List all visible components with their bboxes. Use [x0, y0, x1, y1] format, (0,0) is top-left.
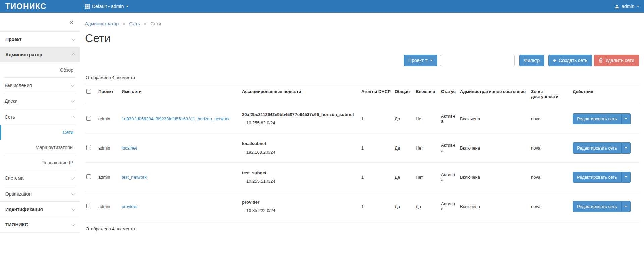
network-name-link[interactable]: localnet — [122, 145, 137, 151]
delete-networks-label: Удалить сети — [605, 58, 634, 63]
sidebar-item-label: Плавающие IP — [41, 160, 73, 165]
trash-icon — [599, 58, 603, 63]
breadcrumb-item[interactable]: Администратор — [85, 21, 119, 26]
sidebar-section-admin[interactable]: Администратор — [0, 47, 80, 62]
sidebar-collapse-button[interactable]: « — [0, 13, 80, 32]
search-input[interactable] — [440, 55, 515, 66]
sidebar-section-label: Optimization — [5, 191, 32, 197]
cell-availability-zone: nova — [531, 163, 573, 192]
edit-network-button[interactable]: Редактировать сеть — [573, 172, 621, 183]
caret-down-icon — [625, 118, 627, 119]
project-filter-dropdown[interactable]: Проект = — [404, 55, 437, 66]
sidebar: « Проект Администратор Обзор Вычисления … — [0, 13, 80, 253]
sidebar-item-floating-ips[interactable]: Плавающие IP — [4, 155, 76, 170]
cell-admin-state: Включена — [460, 163, 531, 192]
col-header-subnets[interactable]: Ассоциированные подсети — [242, 85, 361, 104]
row-checkbox[interactable] — [86, 116, 91, 121]
col-header-project[interactable]: Проект — [98, 85, 122, 104]
cell-shared: Да — [395, 133, 416, 163]
row-checkbox[interactable] — [86, 204, 91, 208]
page-layout: « Проект Администратор Обзор Вычисления … — [0, 13, 644, 253]
row-checkbox[interactable] — [86, 145, 91, 150]
row-actions: Редактировать сеть — [573, 113, 631, 124]
cell-shared: Да — [395, 163, 416, 192]
sidebar-group-network[interactable]: Сеть — [4, 109, 76, 125]
sidebar-group-label: Диски — [5, 98, 17, 104]
breadcrumb-separator: » — [123, 21, 125, 26]
select-all-checkbox[interactable] — [86, 89, 91, 94]
sidebar-group-system[interactable]: Система — [4, 170, 76, 186]
filter-button[interactable]: Фильтр — [519, 55, 544, 66]
collapse-icon: « — [69, 18, 73, 27]
breadcrumb-item[interactable]: Сеть — [129, 21, 140, 26]
sidebar-item-routers[interactable]: Маршрутизаторы — [4, 140, 76, 155]
row-actions: Редактировать сеть — [573, 201, 631, 212]
cell-project: admin — [98, 163, 122, 192]
col-header-availability-zones[interactable]: Зоны доступности — [531, 85, 573, 104]
create-network-button[interactable]: + Создать сеть — [548, 55, 592, 66]
network-name-link[interactable]: provider — [122, 204, 138, 209]
cell-admin-state: Включена — [460, 133, 531, 163]
table-row: admin localnet localsubnet 192.168.2.0/2… — [85, 133, 639, 163]
row-checkbox[interactable] — [86, 174, 91, 179]
col-header-external[interactable]: Внешняя — [416, 85, 441, 104]
edit-network-button[interactable]: Редактировать сеть — [573, 142, 621, 154]
filter-button-label: Фильтр — [524, 58, 540, 63]
sidebar-group-compute[interactable]: Вычисления — [4, 78, 76, 93]
brand-logo: ТИОНИКС — [0, 0, 80, 13]
row-actions-dropdown-toggle[interactable] — [621, 172, 631, 183]
cell-subnets: test_subnet 10.255.51.0/24 — [242, 163, 361, 192]
sidebar-section-project[interactable]: Проект — [0, 32, 80, 47]
cell-admin-state: Включена — [460, 192, 531, 221]
network-name-link[interactable]: test_network — [122, 175, 147, 180]
col-header-status[interactable]: Статус — [441, 85, 460, 104]
context-switcher[interactable]: Default • admin — [80, 0, 133, 13]
sidebar-section-tionix[interactable]: ТИОНИКС — [0, 217, 80, 233]
sidebar-section-identity[interactable]: Идентификация — [0, 202, 80, 217]
col-header-shared[interactable]: Общая — [395, 85, 416, 104]
caret-down-icon — [637, 6, 639, 7]
cell-external: Да — [416, 192, 441, 221]
cell-network-name: 1d9392d058284cf69233fefd55163311_horizon… — [122, 104, 242, 133]
row-actions-dropdown-toggle[interactable] — [621, 142, 631, 154]
network-name-link[interactable]: 1d9392d058284cf69233fefd55163311_horizon… — [122, 116, 229, 121]
cell-dhcp-agents: 1 — [361, 163, 395, 192]
edit-network-button[interactable]: Редактировать сеть — [573, 113, 621, 124]
page-title: Сети — [85, 32, 639, 45]
items-count-bottom: Отображено 4 элемента — [86, 226, 639, 231]
chevron-down-icon — [71, 37, 75, 40]
cell-actions: Редактировать сеть — [573, 163, 639, 192]
delete-networks-button[interactable]: Удалить сети — [594, 55, 639, 66]
col-header-network-name[interactable]: Имя сети — [122, 85, 242, 104]
table-row: admin 1d9392d058284cf69233fefd55163311_h… — [85, 104, 639, 133]
create-network-label: Создать сеть — [559, 58, 587, 63]
edit-network-button[interactable]: Редактировать сеть — [573, 201, 621, 212]
sidebar-section-label: Проект — [5, 37, 22, 42]
cell-external: Нет — [416, 104, 441, 133]
sidebar-item-label: Обзор — [60, 67, 73, 73]
sidebar-section-label: ТИОНИКС — [5, 222, 28, 227]
sidebar-item-label: Маршрутизаторы — [36, 145, 73, 150]
col-header-admin-state[interactable]: Административное состояние — [460, 85, 531, 104]
cell-subnets: localsubnet 192.168.2.0/24 — [242, 133, 361, 163]
cell-network-name: provider — [122, 192, 242, 221]
col-header-dhcp-agents[interactable]: Агенты DHCP — [361, 85, 395, 104]
sidebar-item-networks[interactable]: Сети — [4, 125, 76, 140]
chevron-down-icon — [71, 207, 75, 210]
caret-down-icon — [625, 147, 627, 149]
cell-dhcp-agents: 1 — [361, 133, 395, 163]
sidebar-section-optimization[interactable]: Optimization — [0, 186, 80, 202]
sidebar-item-label: Сети — [63, 130, 73, 135]
row-actions-dropdown-toggle[interactable] — [621, 113, 631, 124]
cell-availability-zone: nova — [531, 104, 573, 133]
cell-dhcp-agents: 1 — [361, 104, 395, 133]
topbar-spacer — [133, 0, 610, 13]
sidebar-group-volumes[interactable]: Диски — [4, 93, 76, 109]
cell-shared: Да — [395, 192, 416, 221]
subnet-cidr: 10.255.62.0/24 — [242, 120, 358, 125]
caret-down-icon — [126, 6, 129, 7]
user-menu[interactable]: admin — [610, 0, 644, 13]
row-actions: Редактировать сеть — [573, 142, 631, 154]
row-actions-dropdown-toggle[interactable] — [621, 201, 631, 212]
sidebar-item-overview[interactable]: Обзор — [4, 62, 76, 77]
